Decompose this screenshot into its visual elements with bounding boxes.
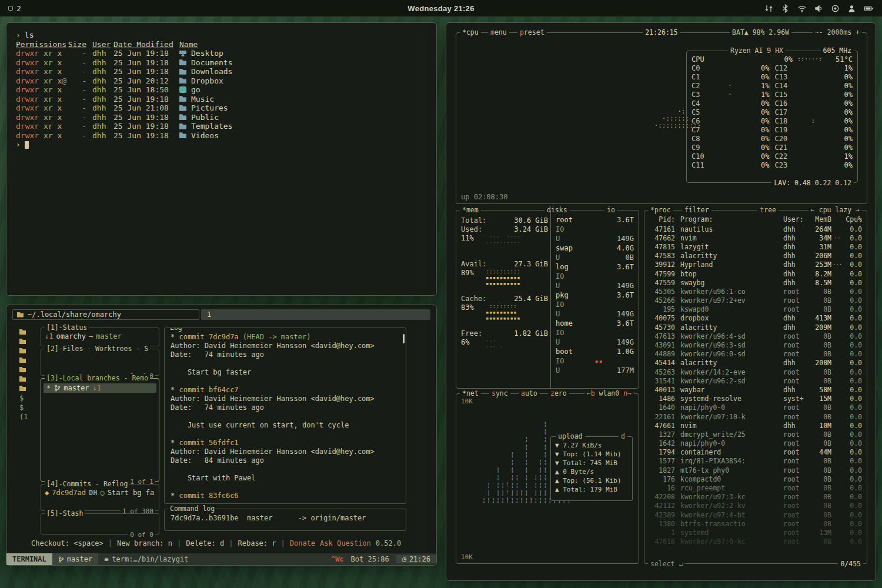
process-row[interactable]: 47662 nvim dhh 34M ·· 0.0 (649, 233, 862, 242)
files-panel[interactable]: [2]-Files - Worktrees - S 0 of 0 (41, 349, 159, 376)
process-row[interactable]: 43091 kworker/u96:3-sd root 0B 0.0 (649, 340, 862, 349)
keybinding-item[interactable]: Delete: d (186, 539, 224, 547)
header-cpu[interactable]: Cpu% (843, 215, 862, 223)
net-sync-toggle[interactable]: sync (489, 389, 510, 397)
menu-button[interactable]: menu (488, 28, 509, 36)
process-row[interactable]: 42112 kworker/u92:2-kv root 0B 0.0 (649, 502, 862, 510)
tab-proc[interactable]: *proc (648, 206, 673, 214)
keybinding-item[interactable]: Donate (290, 539, 315, 547)
tab-cpu[interactable]: *cpu (460, 28, 481, 36)
tab-mem[interactable]: *mem (460, 206, 481, 214)
process-row[interactable]: 1486 systemd-resolve syst+ 15M 0.0 (649, 395, 862, 403)
process-row[interactable]: 47599 btop dhh 8.2M 0.0 (649, 269, 862, 278)
keybinding-item[interactable]: New branch: n (117, 539, 172, 547)
user-icon[interactable] (847, 4, 856, 13)
net-auto-toggle[interactable]: auto (519, 389, 540, 397)
branch-behind-count: ↓1 (93, 384, 101, 392)
filter-button[interactable]: filter (682, 206, 711, 214)
keybinding-item[interactable]: Checkout: <space> (31, 539, 103, 547)
file-tree-item[interactable] (19, 329, 34, 335)
process-row[interactable]: 1327 dmcrypt_write/25 root 0B 0.0 (649, 430, 862, 439)
process-row[interactable]: 16 rcu_preempt root 0B 0.0 (649, 483, 862, 492)
workspace-indicator[interactable]: 2 (0, 4, 29, 13)
file-tree-item[interactable]: (1 (19, 413, 34, 420)
process-row[interactable]: 1827 mt76-tx phy0 root 0B 0.0 (649, 466, 862, 475)
sort-selector[interactable]: ← cpu lazy → (808, 206, 862, 214)
process-row[interactable]: 31541 kworker/u96:2-sd root 0B 0.0 (649, 376, 862, 385)
commits-panel[interactable]: [4]-Commits - Reflog ◆ 7dc9d7ad DH ○ Sta… (41, 484, 159, 511)
process-row[interactable]: 47583 alacritty dhh 206M 0.0 (649, 252, 862, 260)
keybinding-item[interactable]: | (281, 539, 285, 547)
folder-icon (179, 86, 186, 93)
record-icon[interactable] (831, 4, 840, 13)
volume-icon[interactable] (814, 4, 823, 13)
file-tree-item[interactable] (19, 376, 34, 382)
process-row[interactable]: 47559 swaybg dhh 8.5M 0.0 (649, 278, 862, 287)
process-row[interactable]: 1380 btrfs-transactio root 0B 0.0 (649, 519, 862, 528)
preset-button[interactable]: preset (517, 28, 547, 36)
keybinding-item[interactable]: | (108, 539, 112, 547)
process-row[interactable]: 47613 kworker/u96:4-sd root 0B 0.0 (649, 332, 862, 340)
process-row[interactable]: 44889 kworker/u96:0-sd root 0B 0.0 (649, 350, 862, 359)
status-panel[interactable]: [1]-Status ↓1 omarchy → master (41, 328, 159, 346)
tree-toggle[interactable]: tree (757, 206, 779, 214)
scrollbar-thumb[interactable] (403, 334, 405, 343)
process-row[interactable]: 1640 napi/phy0-0 root 0B 0.0 (649, 403, 862, 412)
prompt-line[interactable]: › (16, 140, 427, 149)
branch-row-selected[interactable]: * master ↓1 (44, 383, 156, 393)
header-user[interactable]: User: (780, 215, 807, 223)
net-zero-toggle[interactable]: zero (548, 389, 569, 397)
update-interval[interactable]: ~- 2000ms + (813, 28, 862, 36)
log-panel[interactable]: Log * commit 7dc9d7a (HEAD -> master) Au… (164, 328, 406, 504)
tab-net[interactable]: *net (460, 389, 481, 397)
keybinding-item[interactable]: | (177, 539, 181, 547)
process-row[interactable]: 1642 napi/phy0-0 root 0B 0.0 (649, 439, 862, 448)
process-row[interactable]: 1577 irq/81-PIXA3854: root 0B 0.0 (649, 457, 862, 466)
process-row[interactable]: 42208 kworker/u97:3-kc root 0B 0.0 (649, 493, 862, 502)
process-row[interactable]: 47161 nautilus dhh 264M 0.0 (649, 225, 862, 233)
file-tree-item[interactable] (19, 348, 34, 354)
file-tree-item[interactable]: $ (19, 404, 34, 410)
sync-icon[interactable] (764, 4, 773, 13)
process-row[interactable]: 195 kswapd0 root 0B 0.0 (649, 305, 862, 314)
wifi-icon[interactable] (797, 4, 807, 13)
process-row[interactable]: 45414 alacritty dhh 208M 0.0 (649, 359, 862, 368)
process-row[interactable]: 47815 lazygit dhh 31M 0.0 (649, 242, 862, 251)
keybinding-item[interactable]: Rebase: r (238, 539, 276, 547)
process-row[interactable]: 22161 kworker/u97:10-k root 0B 0.0 (649, 412, 862, 421)
process-row[interactable]: 45305 kworker/u96:1-co root 0B 0.0 (649, 287, 862, 296)
process-row[interactable]: 40013 waybar dhh 58M 0.0 (649, 385, 862, 394)
process-row[interactable]: 45730 alacritty dhh 209M 0.0 (649, 323, 862, 332)
header-mem[interactable]: MemB (807, 215, 831, 223)
header-program[interactable]: Program: (675, 215, 780, 223)
buffer-tab[interactable]: 1 (201, 309, 430, 320)
header-pid[interactable]: Pid: (649, 215, 675, 223)
branches-panel[interactable]: [3]-Local branches - Remo * master ↓1 1 … (41, 378, 159, 482)
file-tree-item[interactable] (19, 338, 34, 345)
network-interface[interactable]: ←b wlan0 n→ (584, 389, 634, 397)
process-row[interactable]: 47661 nvim dhh 10M 0.0 (649, 421, 862, 430)
process-row[interactable]: 40075 dropbox dhh 413M 0.0 (649, 314, 862, 323)
log-line: Start bg faster (171, 368, 400, 377)
process-row[interactable]: 176 kcompactd0 root 0B 0.0 (649, 475, 862, 483)
stash-panel[interactable]: [5]-Stash 0 of 0 (41, 513, 159, 534)
file-tree-item[interactable]: $ (19, 395, 34, 401)
upload-key-hint[interactable]: d (619, 432, 627, 440)
file-tree-item[interactable] (19, 366, 34, 373)
process-row[interactable]: 45263 kworker/14:2-eve root 0B 0.0 (649, 368, 862, 376)
process-row[interactable]: 42389 kworker/u97:4-bt root 0B 0.0 (649, 510, 862, 519)
keybinding-item[interactable]: | (229, 539, 233, 547)
keybinding-item[interactable]: Ask Question (320, 539, 371, 547)
battery-icon[interactable] (864, 4, 874, 13)
process-row[interactable]: 1 systemd root 13M 0.0 (649, 528, 862, 537)
file-tree-item[interactable] (19, 385, 34, 392)
bluetooth-icon[interactable] (781, 4, 790, 13)
process-row[interactable]: 47616 kworker/u97:0-kc root 0B 0.0 (649, 537, 862, 546)
upload-label[interactable]: upload (556, 432, 585, 440)
file-permissions: drwxr xr x (16, 85, 65, 95)
process-row[interactable]: 45266 kworker/u97:2+ev root 0B 0.0 (649, 296, 862, 305)
file-tree-item[interactable] (19, 357, 34, 363)
process-row[interactable]: 1794 containerd root 44M 0.0 (649, 448, 862, 457)
keybinding-item[interactable]: 0.52.0 (376, 539, 401, 547)
process-row[interactable]: 39912 Hyprland dhh 253M ··· 0.0 (649, 260, 862, 269)
